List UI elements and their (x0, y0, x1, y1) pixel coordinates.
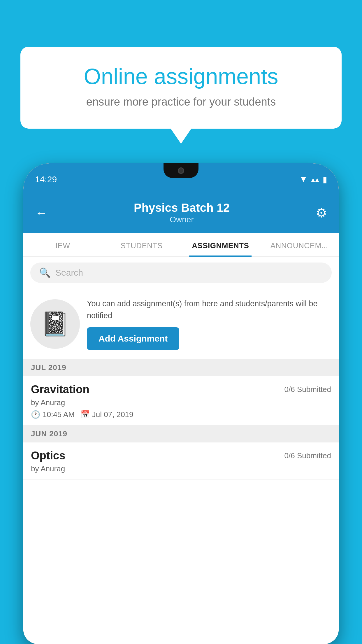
calendar-icon: 📅 (80, 410, 90, 419)
assignment-name-gravitation: Gravitation (31, 383, 89, 396)
header-title: Physics Batch 12 (48, 201, 316, 214)
bubble-title: Online assignments (41, 64, 321, 89)
screen-content: 🔍 Search 📓 You can add assignment(s) fro… (23, 257, 339, 644)
speech-bubble-container: Online assignments ensure more practice … (20, 47, 342, 129)
status-bar: 14:29 ▼ ▴▴ ▮ (23, 163, 339, 195)
app-header: ← Physics Batch 12 Owner ⚙ (23, 195, 339, 233)
assignment-submitted-optics: 0/6 Submitted (284, 451, 331, 460)
assignment-date-gravitation: 📅 Jul 07, 2019 (80, 410, 133, 419)
assignment-row-optics[interactable]: Optics 0/6 Submitted by Anurag (23, 442, 339, 480)
signal-icon: ▴▴ (311, 175, 319, 184)
status-icons: ▼ ▴▴ ▮ (299, 175, 327, 184)
assignment-row-top-optics: Optics 0/6 Submitted (31, 449, 331, 462)
battery-icon: ▮ (323, 175, 327, 184)
assignment-meta-gravitation: 🕐 10:45 AM 📅 Jul 07, 2019 (31, 410, 331, 419)
assignment-by-optics: by Anurag (31, 464, 331, 473)
clock-icon: 🕐 (31, 410, 40, 419)
phone-frame: 14:29 ▼ ▴▴ ▮ ← Physics Batch 12 Owner ⚙ … (23, 163, 339, 644)
tab-iew[interactable]: IEW (23, 233, 102, 256)
bubble-subtitle: ensure more practice for your students (41, 96, 321, 108)
header-center: Physics Batch 12 Owner (48, 201, 316, 224)
assignment-time-gravitation: 🕐 10:45 AM (31, 410, 75, 419)
assignment-name-optics: Optics (31, 449, 65, 462)
section-label-jul: JUL 2019 (31, 363, 66, 372)
promo-text-col: You can add assignment(s) from here and … (87, 298, 332, 350)
assignment-submitted-gravitation: 0/6 Submitted (284, 385, 331, 394)
assignment-row-top: Gravitation 0/6 Submitted (31, 383, 331, 396)
section-label-jun: JUN 2019 (31, 429, 67, 438)
tabs-bar: IEW STUDENTS ASSIGNMENTS ANNOUNCEM... (23, 233, 339, 257)
section-header-jun: JUN 2019 (23, 425, 339, 442)
search-bar-wrap: 🔍 Search (23, 257, 339, 289)
assignment-row-gravitation[interactable]: Gravitation 0/6 Submitted by Anurag 🕐 10… (23, 376, 339, 425)
tab-students[interactable]: STUDENTS (102, 233, 181, 256)
promo-box: 📓 You can add assignment(s) from here an… (23, 289, 339, 359)
search-icon: 🔍 (39, 267, 51, 278)
search-bar[interactable]: 🔍 Search (30, 262, 332, 283)
settings-icon[interactable]: ⚙ (316, 205, 327, 220)
search-placeholder: Search (55, 268, 83, 278)
tab-assignments[interactable]: ASSIGNMENTS (181, 233, 260, 256)
phone-screen: 14:29 ▼ ▴▴ ▮ ← Physics Batch 12 Owner ⚙ … (23, 163, 339, 644)
camera (178, 167, 184, 174)
promo-description: You can add assignment(s) from here and … (87, 298, 332, 321)
add-assignment-button[interactable]: Add Assignment (87, 327, 179, 350)
assignment-by-gravitation: by Anurag (31, 398, 331, 407)
section-header-jul: JUL 2019 (23, 359, 339, 376)
speech-bubble: Online assignments ensure more practice … (20, 47, 342, 129)
notebook-icon: 📓 (41, 310, 70, 338)
promo-icon-circle: 📓 (30, 299, 80, 349)
status-time: 14:29 (35, 174, 57, 184)
back-button[interactable]: ← (35, 206, 48, 220)
header-subtitle: Owner (48, 215, 316, 224)
phone-notch (164, 163, 198, 178)
wifi-icon: ▼ (299, 175, 307, 184)
tab-announcements[interactable]: ANNOUNCEM... (260, 233, 339, 256)
